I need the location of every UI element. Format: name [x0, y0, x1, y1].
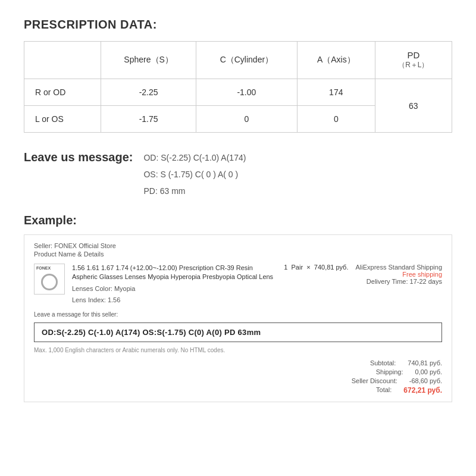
example-seller: Seller: FONEX Official Store	[34, 242, 442, 249]
example-lenses-color: Lenses Color: Myopia	[72, 284, 277, 293]
example-totals: Subtotal: 740,81 руб. Shipping: 0,00 руб…	[34, 359, 442, 394]
example-qty-price: 1 Pair × 740,81 руб.	[284, 264, 348, 271]
example-box: Seller: FONEX Official Store Product Nam…	[24, 234, 452, 402]
header-axis: A（Axis）	[297, 42, 375, 79]
header-cylinder: C（Cylinder）	[196, 42, 297, 79]
example-lens-index: Lens Index: 1.56	[72, 296, 277, 305]
row-os-axis: 0	[297, 106, 375, 133]
total-row: Total: 672,21 руб.	[376, 386, 442, 394]
row-os-sphere: -1.75	[101, 106, 196, 133]
table-row: R or OD -2.25 -1.00 174 63	[24, 79, 452, 106]
discount-label: Seller Discount:	[352, 377, 397, 384]
row-os-label: L or OS	[24, 106, 101, 133]
lens-index-label: Lens Index:	[72, 296, 106, 303]
message-line-1: OD: S(-2.25) C(-1.0) A(174)	[143, 149, 246, 166]
shipping-option: AliExpress Standard Shipping	[355, 264, 442, 271]
example-message-box[interactable]: OD:S(-2.25) C(-1.0) A(174) OS:S(-1.75) C…	[34, 322, 442, 342]
header-empty	[24, 42, 101, 79]
row-od-cylinder: -1.00	[196, 79, 297, 106]
thumb-circle	[41, 274, 58, 290]
message-label: Leave us message:	[24, 149, 133, 164]
thumb-brand: FONEX	[36, 266, 51, 270]
message-hint: Max. 1,000 English characters or Arabic …	[34, 347, 442, 353]
total-value: 672,21 руб.	[403, 386, 442, 394]
example-description: 1.56 1.61 1.67 1.74 (+12.00~-12.00) Pres…	[72, 264, 277, 282]
row-od-label: R or OD	[24, 79, 101, 106]
row-od-sphere: -2.25	[101, 79, 196, 106]
discount-row: Seller Discount: -68,60 руб.	[352, 377, 442, 384]
shipping-row: Shipping: 0,00 руб.	[376, 368, 442, 375]
example-shipping: AliExpress Standard Shipping Free shippi…	[355, 264, 442, 285]
message-section: Leave us message: OD: S(-2.25) C(-1.0) A…	[24, 149, 452, 199]
shipping-value: 0,00 руб.	[415, 368, 442, 375]
quantity-display: 1 Pair × 740,81 руб.	[284, 264, 348, 271]
example-item-row: FONEX 1.56 1.61 1.67 1.74 (+12.00~-12.00…	[34, 264, 442, 305]
subtotal-row: Subtotal: 740,81 руб.	[370, 359, 442, 367]
lens-index-value: 1.56	[108, 296, 120, 303]
header-pd: PD （R＋L）	[375, 42, 452, 79]
shipping-label: Shipping:	[376, 368, 403, 375]
example-thumbnail: FONEX	[34, 264, 65, 295]
prescription-title: PRESCRIPTION DATA:	[24, 18, 452, 32]
total-label: Total:	[376, 386, 392, 394]
message-box-label: Leave a message for this seller:	[34, 311, 442, 318]
example-title: Example:	[24, 214, 452, 227]
subtotal-value: 740,81 руб.	[408, 359, 442, 367]
discount-value: -68,60 руб.	[409, 377, 442, 384]
free-shipping-label: Free shipping	[402, 271, 442, 278]
lenses-color-label: Lenses Color:	[72, 285, 112, 292]
row-os-cylinder: 0	[196, 106, 297, 133]
subtotal-label: Subtotal:	[370, 359, 396, 367]
pd-value: 63	[375, 79, 452, 133]
row-od-axis: 174	[297, 79, 375, 106]
example-product-label: Product Name & Details	[34, 250, 442, 258]
message-content: OD: S(-2.25) C(-1.0) A(174) OS: S (-1.75…	[143, 149, 246, 199]
example-desc: 1.56 1.61 1.67 1.74 (+12.00~-12.00) Pres…	[72, 264, 277, 305]
delivery-time: Delivery Time: 17-22 days	[367, 278, 442, 285]
lenses-color-value: Myopia	[114, 285, 135, 292]
prescription-table: Sphere（S） C（Cylinder） A（Axis） PD （R＋L） R…	[24, 41, 452, 133]
message-line-3: PD: 63 mm	[143, 183, 246, 199]
header-sphere: Sphere（S）	[101, 42, 196, 79]
message-line-2: OS: S (-1.75) C( 0 ) A( 0 )	[143, 166, 246, 183]
